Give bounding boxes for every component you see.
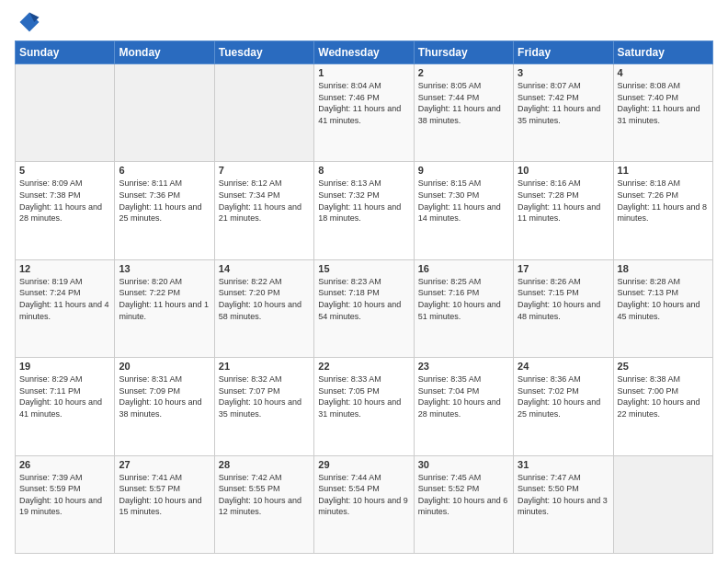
- svg-marker-0: [20, 13, 40, 32]
- cell-info: Sunrise: 8:36 AMSunset: 7:02 PMDaylight:…: [518, 374, 600, 419]
- calendar-cell: 23Sunrise: 8:35 AMSunset: 7:04 PMDayligh…: [414, 358, 513, 455]
- calendar-cell: [16, 64, 115, 162]
- day-number: 9: [418, 165, 509, 176]
- logo-icon: [17, 9, 42, 35]
- cell-info: Sunrise: 8:16 AMSunset: 7:28 PMDaylight:…: [518, 178, 600, 223]
- cell-info: Sunrise: 8:18 AMSunset: 7:26 PMDaylight:…: [618, 178, 708, 223]
- calendar-cell: [613, 455, 712, 553]
- cell-info: Sunrise: 8:38 AMSunset: 7:00 PMDaylight:…: [618, 374, 700, 419]
- day-number: 20: [119, 361, 210, 372]
- calendar-cell: 18Sunrise: 8:28 AMSunset: 7:13 PMDayligh…: [613, 259, 712, 357]
- calendar-cell: 29Sunrise: 7:44 AMSunset: 5:54 PMDayligh…: [314, 455, 414, 553]
- calendar-cell: 15Sunrise: 8:23 AMSunset: 7:18 PMDayligh…: [314, 259, 414, 357]
- calendar-cell: 21Sunrise: 8:32 AMSunset: 7:07 PMDayligh…: [214, 358, 313, 455]
- cell-info: Sunrise: 7:44 AMSunset: 5:54 PMDaylight:…: [318, 473, 408, 517]
- calendar-cell: 5Sunrise: 8:09 AMSunset: 7:38 PMDaylight…: [16, 162, 115, 259]
- calendar-cell: 22Sunrise: 8:33 AMSunset: 7:05 PMDayligh…: [314, 358, 414, 455]
- calendar-week-1: 1Sunrise: 8:04 AMSunset: 7:46 PMDaylight…: [16, 64, 713, 162]
- calendar-cell: 30Sunrise: 7:45 AMSunset: 5:52 PMDayligh…: [414, 455, 513, 553]
- day-number: 7: [219, 165, 310, 176]
- calendar-cell: 2Sunrise: 8:05 AMSunset: 7:44 PMDaylight…: [414, 64, 513, 162]
- day-number: 8: [318, 165, 409, 176]
- calendar-table: SundayMondayTuesdayWednesdayThursdayFrid…: [15, 40, 713, 554]
- day-number: 5: [19, 165, 110, 176]
- day-number: 13: [119, 263, 210, 274]
- cell-info: Sunrise: 7:41 AMSunset: 5:57 PMDaylight:…: [119, 473, 201, 517]
- calendar-cell: 19Sunrise: 8:29 AMSunset: 7:11 PMDayligh…: [16, 358, 115, 455]
- calendar-cell: 12Sunrise: 8:19 AMSunset: 7:24 PMDayligh…: [16, 259, 115, 357]
- calendar-cell: 11Sunrise: 8:18 AMSunset: 7:26 PMDayligh…: [613, 162, 712, 259]
- cell-info: Sunrise: 8:13 AMSunset: 7:32 PMDaylight:…: [318, 178, 401, 223]
- day-number: 10: [518, 165, 609, 176]
- calendar-cell: 16Sunrise: 8:25 AMSunset: 7:16 PMDayligh…: [414, 259, 513, 357]
- day-number: 1: [318, 67, 409, 78]
- day-number: 28: [219, 459, 310, 470]
- calendar-week-3: 12Sunrise: 8:19 AMSunset: 7:24 PMDayligh…: [16, 259, 713, 357]
- cell-info: Sunrise: 8:19 AMSunset: 7:24 PMDaylight:…: [19, 277, 109, 321]
- calendar-cell: [115, 64, 214, 162]
- day-number: 23: [418, 361, 509, 372]
- cell-info: Sunrise: 8:31 AMSunset: 7:09 PMDaylight:…: [119, 374, 201, 419]
- calendar-cell: 7Sunrise: 8:12 AMSunset: 7:34 PMDaylight…: [214, 162, 313, 259]
- day-number: 21: [219, 361, 310, 372]
- day-number: 6: [119, 165, 210, 176]
- calendar-cell: 20Sunrise: 8:31 AMSunset: 7:09 PMDayligh…: [115, 358, 214, 455]
- day-header-saturday: Saturday: [613, 41, 712, 64]
- day-header-friday: Friday: [514, 41, 613, 64]
- cell-info: Sunrise: 8:12 AMSunset: 7:34 PMDaylight:…: [219, 178, 301, 223]
- day-number: 24: [518, 361, 609, 372]
- day-number: 29: [318, 459, 409, 470]
- calendar-cell: 27Sunrise: 7:41 AMSunset: 5:57 PMDayligh…: [115, 455, 214, 553]
- calendar-cell: 31Sunrise: 7:47 AMSunset: 5:50 PMDayligh…: [514, 455, 613, 553]
- day-number: 11: [618, 165, 709, 176]
- calendar-cell: 24Sunrise: 8:36 AMSunset: 7:02 PMDayligh…: [514, 358, 613, 455]
- calendar-cell: 4Sunrise: 8:08 AMSunset: 7:40 PMDaylight…: [613, 64, 712, 162]
- cell-info: Sunrise: 8:09 AMSunset: 7:38 PMDaylight:…: [19, 178, 102, 223]
- cell-info: Sunrise: 8:04 AMSunset: 7:46 PMDaylight:…: [318, 81, 401, 125]
- calendar-cell: 13Sunrise: 8:20 AMSunset: 7:22 PMDayligh…: [115, 259, 214, 357]
- cell-info: Sunrise: 8:15 AMSunset: 7:30 PMDaylight:…: [418, 178, 501, 223]
- calendar-week-2: 5Sunrise: 8:09 AMSunset: 7:38 PMDaylight…: [16, 162, 713, 259]
- calendar-cell: 17Sunrise: 8:26 AMSunset: 7:15 PMDayligh…: [514, 259, 613, 357]
- cell-info: Sunrise: 8:20 AMSunset: 7:22 PMDaylight:…: [119, 277, 209, 321]
- day-number: 30: [418, 459, 509, 470]
- day-number: 22: [318, 361, 409, 372]
- calendar-cell: 10Sunrise: 8:16 AMSunset: 7:28 PMDayligh…: [514, 162, 613, 259]
- day-number: 3: [518, 67, 609, 78]
- calendar-page: SundayMondayTuesdayWednesdayThursdayFrid…: [0, 0, 728, 563]
- day-number: 12: [19, 263, 110, 274]
- day-number: 15: [318, 263, 409, 274]
- calendar-cell: 28Sunrise: 7:42 AMSunset: 5:55 PMDayligh…: [214, 455, 313, 553]
- calendar-cell: 6Sunrise: 8:11 AMSunset: 7:36 PMDaylight…: [115, 162, 214, 259]
- day-number: 31: [518, 459, 609, 470]
- calendar-cell: 14Sunrise: 8:22 AMSunset: 7:20 PMDayligh…: [214, 259, 313, 357]
- calendar-cell: 26Sunrise: 7:39 AMSunset: 5:59 PMDayligh…: [16, 455, 115, 553]
- day-header-tuesday: Tuesday: [214, 41, 313, 64]
- calendar-week-4: 19Sunrise: 8:29 AMSunset: 7:11 PMDayligh…: [16, 358, 713, 455]
- calendar-cell: 3Sunrise: 8:07 AMSunset: 7:42 PMDaylight…: [514, 64, 613, 162]
- cell-info: Sunrise: 8:25 AMSunset: 7:16 PMDaylight:…: [418, 277, 501, 321]
- page-header: [15, 9, 713, 35]
- day-number: 2: [418, 67, 509, 78]
- cell-info: Sunrise: 8:08 AMSunset: 7:40 PMDaylight:…: [618, 81, 700, 125]
- day-number: 14: [219, 263, 310, 274]
- day-header-thursday: Thursday: [414, 41, 513, 64]
- cell-info: Sunrise: 8:05 AMSunset: 7:44 PMDaylight:…: [418, 81, 501, 125]
- cell-info: Sunrise: 8:32 AMSunset: 7:07 PMDaylight:…: [219, 374, 301, 419]
- cell-info: Sunrise: 8:29 AMSunset: 7:11 PMDaylight:…: [19, 374, 102, 419]
- day-number: 17: [518, 263, 609, 274]
- day-number: 18: [618, 263, 709, 274]
- cell-info: Sunrise: 8:23 AMSunset: 7:18 PMDaylight:…: [318, 277, 401, 321]
- calendar-cell: 8Sunrise: 8:13 AMSunset: 7:32 PMDaylight…: [314, 162, 414, 259]
- day-header-monday: Monday: [115, 41, 214, 64]
- cell-info: Sunrise: 8:11 AMSunset: 7:36 PMDaylight:…: [119, 178, 201, 223]
- logo: [15, 9, 44, 35]
- cell-info: Sunrise: 8:35 AMSunset: 7:04 PMDaylight:…: [418, 374, 501, 419]
- cell-info: Sunrise: 7:45 AMSunset: 5:52 PMDaylight:…: [418, 473, 508, 517]
- cell-info: Sunrise: 7:39 AMSunset: 5:59 PMDaylight:…: [19, 473, 102, 517]
- calendar-header-row: SundayMondayTuesdayWednesdayThursdayFrid…: [16, 41, 713, 64]
- cell-info: Sunrise: 7:42 AMSunset: 5:55 PMDaylight:…: [219, 473, 301, 517]
- cell-info: Sunrise: 8:26 AMSunset: 7:15 PMDaylight:…: [518, 277, 600, 321]
- calendar-cell: 1Sunrise: 8:04 AMSunset: 7:46 PMDaylight…: [314, 64, 414, 162]
- calendar-cell: [214, 64, 313, 162]
